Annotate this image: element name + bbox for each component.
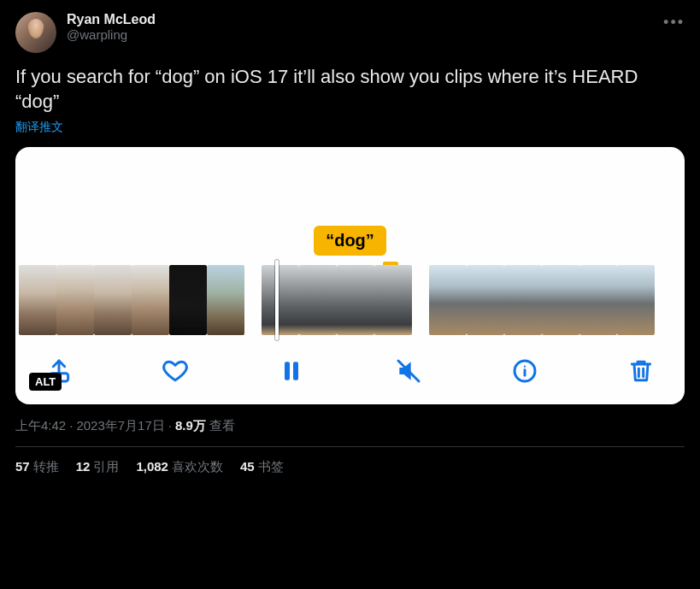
thumb-frame — [132, 265, 169, 335]
meta-date[interactable]: 2023年7月17日 — [76, 418, 164, 433]
thumb-frame — [299, 265, 337, 335]
svg-point-6 — [524, 366, 526, 368]
search-tag-row: “dog” — [15, 226, 685, 256]
media-top-space — [15, 147, 685, 226]
mute-icon[interactable] — [394, 356, 423, 386]
meta-time[interactable]: 上午4:42 — [15, 418, 66, 433]
thumb-frame — [207, 265, 244, 335]
thumb-frame — [56, 265, 94, 335]
heart-icon[interactable] — [161, 356, 190, 386]
thumb-frame — [262, 265, 299, 335]
meta-views-label: 查看 — [209, 418, 235, 433]
thumb-frame — [94, 265, 132, 335]
stat-quotes[interactable]: 12引用 — [76, 459, 120, 475]
thumb-frame — [542, 265, 579, 335]
info-icon[interactable] — [510, 356, 539, 386]
thumb-frame — [617, 265, 655, 335]
more-options-icon[interactable]: ••• — [663, 14, 685, 32]
trash-icon[interactable] — [626, 356, 656, 386]
clip-group-1[interactable] — [19, 265, 244, 335]
tweet-container: Ryan McLeod @warpling ••• If you search … — [0, 0, 700, 475]
display-name: Ryan McLeod — [67, 12, 156, 27]
tweet-header: Ryan McLeod @warpling ••• — [15, 12, 685, 53]
meta-views-value: 8.9万 — [175, 418, 206, 433]
author-names[interactable]: Ryan McLeod @warpling — [67, 12, 156, 42]
stat-likes[interactable]: 1,082喜欢次数 — [136, 459, 223, 475]
thumb-frame — [19, 265, 56, 335]
thumb-frame — [337, 265, 374, 335]
thumb-frame — [467, 265, 504, 335]
handle: @warpling — [67, 27, 156, 42]
video-timeline[interactable] — [15, 262, 685, 338]
pause-icon[interactable] — [277, 356, 306, 386]
stat-bookmarks[interactable]: 45书签 — [240, 459, 284, 475]
svg-rect-1 — [285, 362, 290, 380]
stat-retweets[interactable]: 57转推 — [15, 459, 59, 475]
thumb-frame — [429, 265, 467, 335]
tweet-text: If you search for “dog” on iOS 17 it’ll … — [15, 65, 685, 114]
thumb-frame — [169, 265, 207, 335]
thumb-frame — [504, 265, 542, 335]
avatar[interactable] — [15, 12, 56, 53]
svg-rect-2 — [293, 362, 298, 380]
thumb-frame — [579, 265, 617, 335]
clip-group-2[interactable] — [262, 265, 412, 335]
tweet-meta: 上午4:42·2023年7月17日·8.9万 查看 — [15, 418, 685, 446]
thumb-frame — [374, 265, 412, 335]
media-card[interactable]: “dog” — [15, 147, 685, 404]
clip-group-3[interactable] — [429, 265, 655, 335]
media-toolbar — [15, 338, 685, 394]
tweet-stats: 57转推 12引用 1,082喜欢次数 45书签 — [15, 447, 685, 475]
search-tag: “dog” — [314, 226, 386, 256]
translate-link[interactable]: 翻译推文 — [15, 120, 63, 135]
alt-badge[interactable]: ALT — [29, 373, 62, 391]
